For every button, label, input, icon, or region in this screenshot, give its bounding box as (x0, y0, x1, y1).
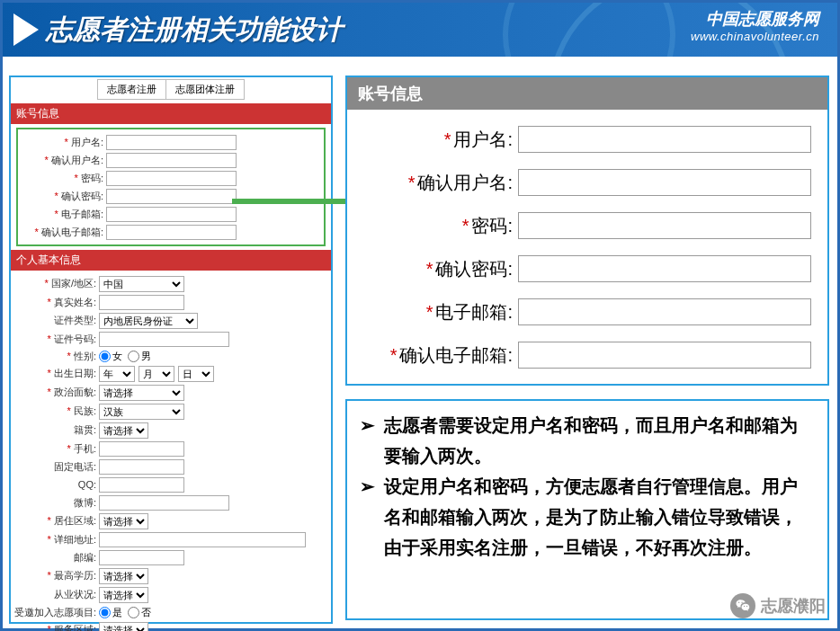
zoom-panel: 账号信息 *用户名: *确认用户名: *密码: *确认密码: *电子邮箱: *确… (345, 76, 829, 386)
lbl-invite: 受邀加入志愿项目: (11, 606, 99, 619)
edu-select[interactable]: 请选择 (99, 568, 148, 584)
zlbl-email: 电子邮箱: (435, 302, 513, 322)
left-form-panel: 志愿者注册志愿团体注册 账号信息 用户名: 确认用户名: 密码: 确认密码: 电… (9, 76, 333, 624)
email-input[interactable] (106, 207, 237, 222)
tab-volunteer[interactable]: 志愿者注册 (97, 79, 166, 100)
personal-section-bar: 个人基本信息 (11, 250, 331, 271)
native-select[interactable]: 请选择 (99, 422, 148, 439)
lbl-email: 电子邮箱: (18, 208, 106, 221)
arrow-icon (13, 13, 39, 46)
zoom-title: 账号信息 (347, 77, 827, 110)
addr-input[interactable] (99, 532, 306, 547)
lbl-ethnic: 民族: (11, 404, 99, 418)
qq-input[interactable] (99, 477, 184, 493)
lbl-username: 用户名: (18, 136, 106, 149)
region-select[interactable]: 请选择 (99, 513, 148, 529)
password-input[interactable] (106, 171, 237, 186)
gender-f-radio[interactable] (99, 351, 111, 362)
confirm-email-input[interactable] (106, 225, 237, 240)
lbl-idtype: 证件类型: (11, 314, 99, 327)
bullet-icon: ➢ (360, 410, 375, 471)
zlbl-username: 用户名: (453, 129, 513, 149)
lbl-realname: 真实姓名: (11, 296, 99, 309)
lbl-confirm-password: 确认密码: (18, 190, 106, 203)
idtype-select[interactable]: 内地居民身份证 (99, 313, 198, 329)
invite-yes-radio[interactable] (99, 607, 111, 618)
tab-group[interactable]: 志愿团体注册 (166, 79, 245, 100)
note-2: 设定用户名和密码，方便志愿者自行管理信息。用户名和邮箱输入两次，是为了防止输入错… (384, 471, 815, 563)
watermark: 志愿濮阳 (730, 593, 826, 618)
ethnic-select[interactable]: 汉族 (99, 404, 184, 420)
lbl-confirm-email: 确认电子邮箱: (18, 226, 106, 239)
z-email-input[interactable] (518, 298, 811, 325)
wechat-icon (730, 593, 755, 618)
brand-block: 中国志愿服务网 www.chinavolunteer.cn (691, 8, 819, 43)
invite-no-radio[interactable] (128, 607, 139, 618)
lbl-phone: 固定电话: (11, 460, 99, 474)
lbl-addr: 详细地址: (11, 533, 99, 547)
z-username-input[interactable] (518, 126, 811, 153)
account-highlight-box: 用户名: 确认用户名: 密码: 确认密码: 电子邮箱: 确认电子邮箱: (16, 128, 326, 246)
username-input[interactable] (106, 135, 237, 150)
job-select[interactable]: 请选择 (99, 587, 148, 603)
mobile-input[interactable] (99, 441, 184, 457)
note-1: 志愿者需要设定用户名和密码，而且用户名和邮箱为要输入两次。 (384, 410, 815, 471)
brand-url: www.chinavolunteer.cn (691, 30, 819, 43)
watermark-text: 志愿濮阳 (761, 595, 826, 617)
lbl-polit: 政治面貌: (11, 386, 99, 399)
phone-input[interactable] (99, 459, 184, 475)
gender-m-radio[interactable] (128, 351, 139, 362)
lbl-gender: 性别: (11, 350, 99, 363)
year-select[interactable]: 年 (99, 366, 135, 382)
lbl-edu: 最高学历: (11, 569, 99, 582)
bullet-icon: ➢ (360, 471, 375, 563)
account-section-bar: 账号信息 (11, 103, 331, 124)
month-select[interactable]: 月 (139, 366, 174, 382)
lbl-svc-region: 服务区域: (11, 623, 99, 631)
realname-input[interactable] (99, 295, 184, 310)
zlbl-password: 密码: (471, 216, 513, 236)
z-confirm-password-input[interactable] (518, 255, 811, 282)
brand-name: 中国志愿服务网 (691, 8, 819, 30)
weibo-input[interactable] (99, 495, 229, 511)
day-select[interactable]: 日 (178, 366, 214, 382)
zlbl-confirm-email: 确认电子邮箱: (399, 345, 513, 365)
zip-input[interactable] (99, 550, 184, 565)
slide-header: 志愿者注册相关功能设计 中国志愿服务网 www.chinavolunteer.c… (3, 3, 837, 57)
lbl-native: 籍贯: (11, 423, 99, 437)
zlbl-confirm-password: 确认密码: (435, 259, 513, 279)
lbl-job: 从业状况: (11, 588, 99, 601)
notes-panel: ➢志愿者需要设定用户名和密码，而且用户名和邮箱为要输入两次。 ➢设定用户名和密码… (345, 399, 829, 620)
lbl-password: 密码: (18, 172, 106, 185)
svc-region-select[interactable]: 请选择 (99, 622, 148, 632)
lbl-confirm-username: 确认用户名: (18, 154, 106, 167)
z-confirm-username-input[interactable] (518, 169, 811, 196)
z-password-input[interactable] (518, 212, 811, 239)
lbl-weibo: 微博: (11, 496, 99, 510)
zlbl-confirm-username: 确认用户名: (417, 173, 513, 192)
lbl-qq: QQ: (11, 479, 99, 490)
lbl-zip: 邮编: (11, 551, 99, 564)
lbl-idnum: 证件号码: (11, 333, 99, 346)
polit-select[interactable]: 请选择 (99, 385, 184, 401)
slide-title: 志愿者注册相关功能设计 (46, 12, 343, 49)
country-select[interactable]: 中国 (99, 276, 184, 292)
confirm-password-input[interactable] (106, 189, 237, 204)
idnum-input[interactable] (99, 332, 229, 347)
lbl-mobile: 手机: (11, 442, 99, 456)
lbl-country: 国家/地区: (11, 277, 99, 290)
z-confirm-email-input[interactable] (518, 342, 811, 369)
lbl-region: 居住区域: (11, 514, 99, 528)
confirm-username-input[interactable] (106, 153, 237, 168)
lbl-birth: 出生日期: (11, 367, 99, 380)
